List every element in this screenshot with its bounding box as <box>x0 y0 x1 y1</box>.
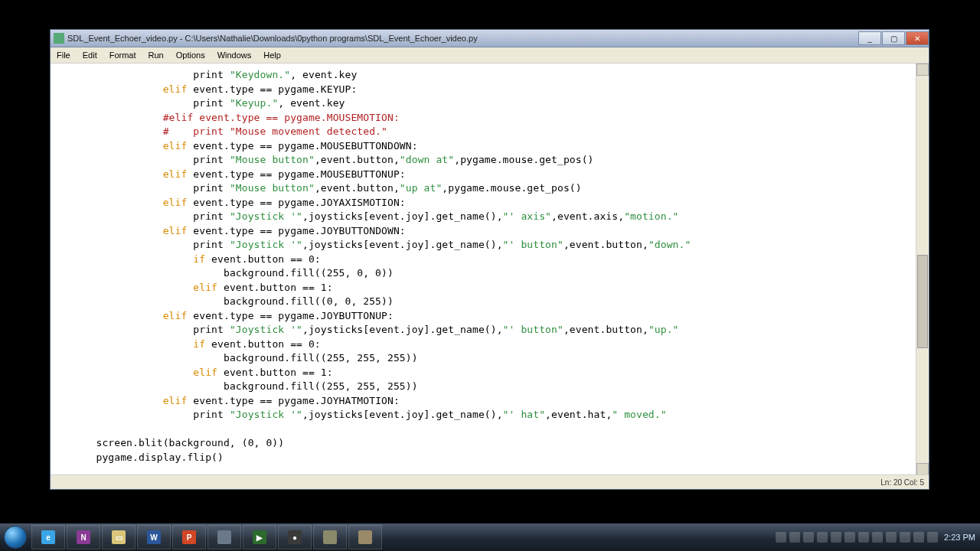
tray-icon[interactable] <box>872 532 883 543</box>
tray-icon[interactable] <box>776 532 786 543</box>
taskbar-item-onenote[interactable]: N <box>67 525 100 549</box>
menu-help[interactable]: Help <box>257 49 287 61</box>
tray-icon[interactable] <box>900 532 910 543</box>
taskbar-item-player[interactable]: ▶ <box>243 525 276 549</box>
tray-icon[interactable] <box>817 532 828 543</box>
taskbar: eN▭WP▶● 2:23 PM <box>0 523 980 551</box>
idle-editor-window: SDL_Event_Echoer_video.py - C:\Users\Nat… <box>50 29 929 490</box>
taskbar-items: eN▭WP▶● <box>31 525 383 549</box>
taskbar-item-app2[interactable] <box>313 525 347 549</box>
system-tray: 2:23 PM <box>776 532 980 543</box>
window-buttons: _ ▢ ✕ <box>858 31 929 45</box>
menu-options[interactable]: Options <box>170 49 211 61</box>
scroll-up-button[interactable] <box>916 64 929 76</box>
statusbar: Ln: 20 Col: 5 <box>51 474 929 489</box>
cursor-position: Ln: 20 Col: 5 <box>880 478 924 487</box>
tray-icon[interactable] <box>844 532 855 543</box>
taskbar-item-powerpoint[interactable]: P <box>172 525 206 549</box>
menu-format[interactable]: Format <box>103 49 142 61</box>
menubar: File Edit Format Run Options Windows Hel… <box>51 47 929 64</box>
tray-icon[interactable] <box>886 532 897 543</box>
menu-windows[interactable]: Windows <box>211 49 258 61</box>
code-editor[interactable]: print "Keydown.", event.key elif event.t… <box>51 64 916 475</box>
titlebar[interactable]: SDL_Event_Echoer_video.py - C:\Users\Nat… <box>51 30 929 47</box>
taskbar-item-ie[interactable]: e <box>31 525 65 549</box>
close-button[interactable]: ✕ <box>906 31 929 45</box>
taskbar-item-desktop[interactable] <box>207 525 241 549</box>
taskbar-item-app1[interactable]: ● <box>278 525 312 549</box>
tray-icon[interactable] <box>803 532 814 543</box>
desktop: SDL_Event_Echoer_video.py - C:\Users\Nat… <box>0 0 980 551</box>
taskbar-clock[interactable]: 2:23 PM <box>944 533 975 542</box>
start-button[interactable] <box>0 523 31 551</box>
maximize-button[interactable]: ▢ <box>882 31 905 45</box>
windows-orb-icon <box>4 526 27 549</box>
taskbar-item-word[interactable]: W <box>137 525 171 549</box>
scroll-thumb[interactable] <box>917 255 928 348</box>
tray-icon[interactable] <box>858 532 869 543</box>
window-title: SDL_Event_Echoer_video.py - C:\Users\Nat… <box>67 34 858 43</box>
vertical-scrollbar[interactable] <box>916 64 929 475</box>
menu-file[interactable]: File <box>51 49 77 61</box>
tray-icon[interactable] <box>913 532 924 543</box>
tray-icon[interactable] <box>927 532 938 543</box>
code-content[interactable]: print "Keydown.", event.key elif event.t… <box>54 68 910 475</box>
menu-edit[interactable]: Edit <box>77 49 103 61</box>
tray-icon[interactable] <box>789 532 800 543</box>
minimize-button[interactable]: _ <box>858 31 881 45</box>
scroll-down-button[interactable] <box>916 463 929 475</box>
python-icon <box>54 33 64 44</box>
taskbar-item-explorer[interactable]: ▭ <box>102 525 136 549</box>
tray-icon[interactable] <box>831 532 841 543</box>
taskbar-item-app3[interactable] <box>348 525 382 549</box>
menu-run[interactable]: Run <box>142 49 170 61</box>
